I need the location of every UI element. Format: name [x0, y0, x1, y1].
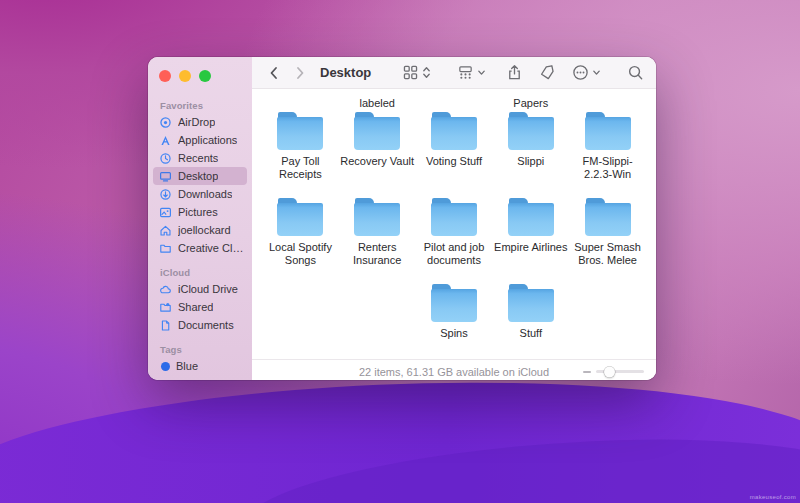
- sidebar-item-home[interactable]: joellockard: [153, 221, 247, 239]
- folder-label: Spins: [440, 327, 468, 340]
- sidebar-item-label: Downloads: [178, 188, 232, 200]
- folder-tile[interactable]: Spins: [416, 279, 493, 359]
- sidebar-item-desktop[interactable]: Desktop: [153, 167, 247, 185]
- home-icon: [159, 224, 172, 237]
- back-icon: [264, 63, 284, 83]
- folder-icon: [585, 117, 631, 150]
- slider-knob[interactable]: [604, 366, 615, 377]
- cloud-icon: [159, 283, 172, 296]
- folder-label: Pilot and job documents: [416, 241, 493, 267]
- back-button[interactable]: [264, 63, 284, 83]
- sidebar-item-label: AirDrop: [178, 116, 215, 128]
- watermark: makeuseof.com: [750, 494, 796, 500]
- folder-tile[interactable]: Stuff: [492, 279, 569, 359]
- folder-label: Recovery Vault: [340, 155, 414, 168]
- folder-label: Super Smash Bros. Melee: [569, 241, 646, 267]
- folder-label: FM-Slippi-2.2.3-Win: [569, 155, 646, 181]
- folder-tile[interactable]: FM-Slippi-2.2.3-Win: [569, 107, 646, 193]
- forward-icon: [290, 63, 310, 83]
- status-bar: 22 items, 61.31 GB available on iCloud: [252, 359, 656, 380]
- sidebar-item-label: Documents: [178, 319, 234, 331]
- airdrop-icon: [159, 116, 172, 129]
- finder-content: Desktop: [252, 57, 656, 380]
- close-button[interactable]: [159, 70, 171, 82]
- sidebar-item-label: Recents: [178, 152, 218, 164]
- sidebar-item-applications[interactable]: Applications: [153, 131, 247, 149]
- minimize-button[interactable]: [179, 70, 191, 82]
- folder-label: Renters Insurance: [339, 241, 416, 267]
- sidebar-item-label: Desktop: [178, 170, 218, 182]
- folder-icon: [508, 289, 554, 322]
- folder-icon: [431, 289, 477, 322]
- sidebar-header-icloud: iCloud: [148, 267, 252, 280]
- folder-tile[interactable]: Renters Insurance: [339, 193, 416, 279]
- applications-icon: [159, 134, 172, 147]
- folder-tile[interactable]: Super Smash Bros. Melee: [569, 193, 646, 279]
- blue-tag-dot: [161, 362, 170, 371]
- sidebar-item-tag-gray[interactable]: Gray: [153, 375, 247, 380]
- sidebar-item-icloud-drive[interactable]: iCloud Drive: [153, 280, 247, 298]
- folder-icon: [277, 203, 323, 236]
- sidebar-item-shared[interactable]: Shared: [153, 298, 247, 316]
- folder-label: Voting Stuff: [426, 155, 482, 168]
- zoom-button[interactable]: [199, 70, 211, 82]
- more-actions-button[interactable]: [572, 64, 601, 81]
- folder-tile[interactable]: Recovery Vault: [339, 107, 416, 193]
- forward-button[interactable]: [290, 63, 310, 83]
- icon-view-icon: [402, 64, 419, 81]
- search-button[interactable]: [627, 64, 644, 81]
- sidebar-item-label: Applications: [178, 134, 237, 146]
- tags-button[interactable]: [539, 64, 556, 81]
- folder-icon: [277, 117, 323, 150]
- gray-tag-dot: [161, 380, 170, 381]
- pictures-icon: [159, 206, 172, 219]
- finder-sidebar: Favorites AirDrop Applications Recents D…: [148, 57, 252, 380]
- chevron-down-icon: [477, 68, 486, 77]
- sidebar-item-tag-blue[interactable]: Blue: [153, 357, 247, 375]
- sidebar-item-label: Creative Cloud...: [178, 242, 247, 254]
- folder-icon: [508, 117, 554, 150]
- sidebar-item-documents[interactable]: Documents: [153, 316, 247, 334]
- desktop-icon: [159, 170, 172, 183]
- folder-label: Slippi: [517, 155, 544, 168]
- finder-toolbar: Desktop: [252, 57, 656, 89]
- recents-icon: [159, 152, 172, 165]
- sidebar-item-recents[interactable]: Recents: [153, 149, 247, 167]
- folder-icon: [354, 117, 400, 150]
- folder-tile[interactable]: Local Spotify Songs: [262, 193, 339, 279]
- slider-track[interactable]: [596, 370, 644, 373]
- folder-icon: [585, 203, 631, 236]
- shared-folder-icon: [159, 301, 172, 314]
- folder-icon: [354, 203, 400, 236]
- sidebar-item-pictures[interactable]: Pictures: [153, 203, 247, 221]
- sidebar-item-label: Shared: [178, 301, 213, 313]
- folder-tile[interactable]: Pay Toll Receipts: [262, 107, 339, 193]
- downloads-icon: [159, 188, 172, 201]
- folder-icon: [159, 242, 172, 255]
- status-text: 22 items, 61.31 GB available on iCloud: [359, 366, 549, 378]
- share-icon: [506, 64, 523, 81]
- traffic-lights: [148, 68, 252, 90]
- folder-tile[interactable]: Slippi: [492, 107, 569, 193]
- sidebar-item-label: Pictures: [178, 206, 218, 218]
- icon-size-slider[interactable]: [583, 370, 644, 373]
- folder-tile[interactable]: Empire Airlines: [492, 193, 569, 279]
- search-icon: [627, 64, 644, 81]
- minus-icon: [583, 371, 591, 373]
- sidebar-item-downloads[interactable]: Downloads: [153, 185, 247, 203]
- sort-chevrons-icon: [422, 65, 431, 80]
- folder-tile[interactable]: Voting Stuff: [416, 107, 493, 193]
- sidebar-item-creative-cloud[interactable]: Creative Cloud...: [153, 239, 247, 257]
- folder-icon: [431, 203, 477, 236]
- folder-icon: [431, 117, 477, 150]
- sidebar-item-label: Gray: [176, 378, 200, 380]
- document-icon: [159, 319, 172, 332]
- folder-label: Local Spotify Songs: [262, 241, 339, 267]
- share-button[interactable]: [506, 64, 523, 81]
- sidebar-item-airdrop[interactable]: AirDrop: [153, 113, 247, 131]
- tag-icon: [539, 64, 556, 81]
- folder-tile[interactable]: Pilot and job documents: [416, 193, 493, 279]
- more-icon: [572, 64, 589, 81]
- view-selector-button[interactable]: [402, 64, 431, 81]
- group-by-button[interactable]: [457, 64, 486, 81]
